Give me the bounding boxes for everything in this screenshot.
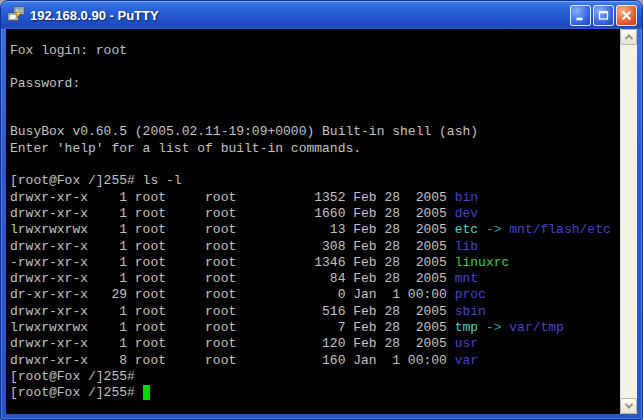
putty-app-icon[interactable] xyxy=(7,6,25,24)
terminal-screen[interactable]: Fox login: root Password: BusyBox v0.60.… xyxy=(6,29,620,414)
window-title: 192.168.0.90 - PuTTY xyxy=(30,8,570,23)
terminal-line xyxy=(10,59,616,75)
terminal-line: Fox login: root xyxy=(10,43,616,59)
chevron-up-icon xyxy=(624,34,632,42)
terminal-line: drwxr-xr-x 1 root root 1352 Feb 28 2005 … xyxy=(10,190,616,206)
terminal-line: -rwxr-xr-x 1 root root 1346 Feb 28 2005 … xyxy=(10,255,616,271)
minimize-button[interactable] xyxy=(570,5,591,26)
titlebar[interactable]: 192.168.0.90 - PuTTY xyxy=(1,1,642,29)
terminal-line: [root@Fox /]255# ls -l xyxy=(10,173,616,189)
terminal-line: BusyBox v0.60.5 (2005.02.11-19:09+0000) … xyxy=(10,124,616,140)
chevron-down-icon xyxy=(624,400,632,408)
terminal-line: [root@Fox /]255# xyxy=(10,369,616,385)
window-controls xyxy=(570,5,637,26)
terminal-line: Enter 'help' for a list of built-in comm… xyxy=(10,141,616,157)
terminal-line: [root@Fox /]255# xyxy=(10,385,616,401)
terminal-line: drwxr-xr-x 1 root root 516 Feb 28 2005 s… xyxy=(10,304,616,320)
terminal-line: lrwxrwxrwx 1 root root 13 Feb 28 2005 et… xyxy=(10,222,616,238)
scroll-up-button[interactable] xyxy=(620,29,637,45)
close-icon xyxy=(620,9,633,22)
terminal-line: drwxr-xr-x 1 root root 84 Feb 28 2005 mn… xyxy=(10,271,616,287)
terminal-cursor xyxy=(143,385,151,400)
terminal-area: Fox login: root Password: BusyBox v0.60.… xyxy=(6,29,637,414)
putty-window: 192.168.0.90 - PuTTY Fox login: root Pas… xyxy=(0,0,643,420)
terminal-line xyxy=(10,108,616,124)
terminal-line xyxy=(10,157,616,173)
minimize-icon xyxy=(574,9,587,22)
maximize-icon xyxy=(597,9,610,22)
maximize-button[interactable] xyxy=(593,5,614,26)
terminal-line: drwxr-xr-x 1 root root 1660 Feb 28 2005 … xyxy=(10,206,616,222)
terminal-scrollbar xyxy=(620,29,637,414)
terminal-line: dr-xr-xr-x 29 root root 0 Jan 1 00:00 pr… xyxy=(10,287,616,303)
terminal-line: drwxr-xr-x 1 root root 308 Feb 28 2005 l… xyxy=(10,239,616,255)
terminal-line: drwxr-xr-x 8 root root 160 Jan 1 00:00 v… xyxy=(10,353,616,369)
terminal-line: Password: xyxy=(10,76,616,92)
terminal-line xyxy=(10,92,616,108)
scroll-down-button[interactable] xyxy=(620,398,637,414)
close-button[interactable] xyxy=(616,5,637,26)
terminal-line: lrwxrwxrwx 1 root root 7 Feb 28 2005 tmp… xyxy=(10,320,616,336)
terminal-line: drwxr-xr-x 1 root root 120 Feb 28 2005 u… xyxy=(10,336,616,352)
scrollbar-track[interactable] xyxy=(620,45,637,398)
